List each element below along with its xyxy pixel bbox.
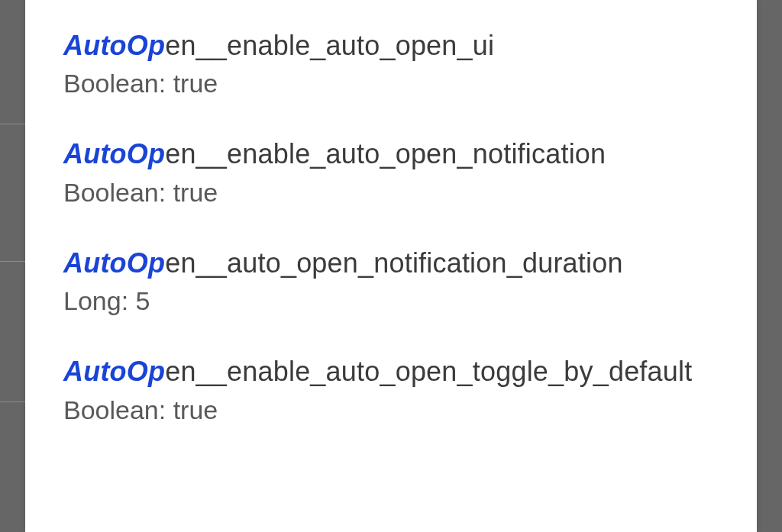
list-item[interactable]: AutoOpen__enable_auto_open_notificationB… [63,127,719,236]
flag-name: AutoOpen__enable_auto_open_toggle_by_def… [63,356,719,387]
flag-type-value: Long: 5 [63,286,719,316]
search-match-highlight: AutoOp [63,356,165,387]
flag-type-value: Boolean: true [63,395,719,425]
search-match-highlight: AutoOp [63,247,165,279]
flag-name-rest: en__enable_auto_open_toggle_by_default [165,356,692,387]
list-item[interactable]: AutoOpen__auto_open_notification_duratio… [63,237,719,345]
search-match-highlight: AutoOp [63,138,165,169]
flag-name-rest: en__enable_auto_open_notification [165,138,606,169]
flag-name-rest: en__auto_open_notification_duration [165,247,623,279]
list-item[interactable]: AutoOpen__enable_auto_open_uiBoolean: tr… [63,19,719,127]
flag-name: AutoOpen__enable_auto_open_notification [63,138,719,169]
search-match-highlight: AutoOp [63,30,165,61]
flag-name-rest: en__enable_auto_open_ui [165,30,494,61]
flag-type-value: Boolean: true [63,69,719,98]
flag-type-value: Boolean: true [63,178,719,208]
search-results-modal: AutoOpen__enable_auto_open_uiBoolean: tr… [25,0,757,532]
list-item[interactable]: AutoOpen__enable_auto_open_toggle_by_def… [63,345,719,453]
flag-name: AutoOpen__enable_auto_open_ui [63,30,719,61]
flag-name: AutoOpen__auto_open_notification_duratio… [63,247,719,279]
